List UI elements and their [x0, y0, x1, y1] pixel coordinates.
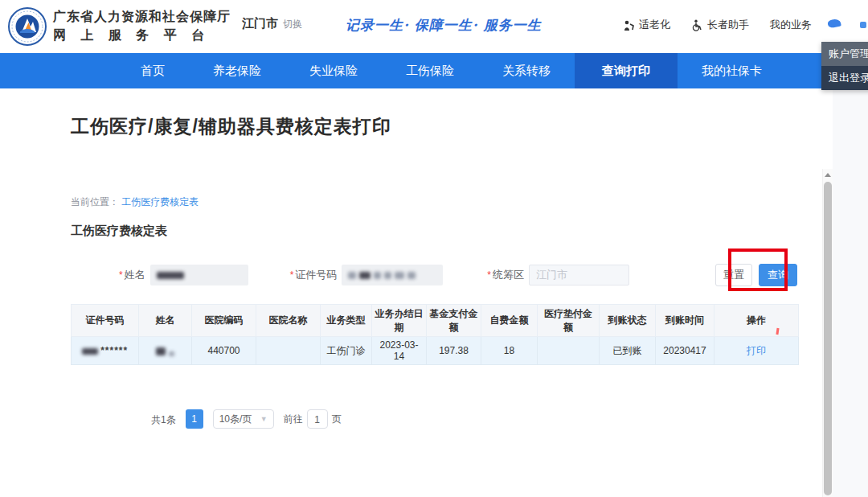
masked-id-value — [348, 272, 356, 279]
cell-hospital-name — [256, 337, 321, 365]
pagination-goto-suffix: 页 — [332, 413, 342, 426]
nav-item-transfer[interactable]: 关系转移 — [478, 53, 575, 88]
cell-id-number: ****** — [72, 337, 139, 365]
id-number-input[interactable] — [342, 265, 443, 285]
page-right-gutter — [833, 88, 868, 497]
pagination: 共1条 1 10条/页 ▼ 前往 1 页 — [151, 409, 342, 429]
masked-id-cell — [82, 348, 98, 355]
region-input-disabled: 江门市 — [529, 265, 629, 285]
section-title: 工伤医疗费核定表 — [71, 224, 167, 239]
main-content: 工伤医疗/康复/辅助器具费核定表打印 当前位置： 工伤医疗费核定表 工伤医疗费核… — [0, 88, 868, 497]
pagination-goto-input[interactable]: 1 — [307, 409, 328, 429]
pagination-page-1[interactable]: 1 — [186, 409, 203, 429]
cell-finish-date: 2023-03-14 — [372, 337, 427, 365]
scrollbar-up-arrow[interactable] — [823, 169, 833, 181]
query-form: *姓名 *证件号码 *统筹区 江门市 重置 查询 — [0, 264, 808, 286]
cell-arrive-status: 已到账 — [600, 337, 656, 365]
col-name: 姓名 — [139, 305, 192, 337]
site-title: 广东省人力资源和社会保障厅 网 上 服 务 平 台 — [53, 9, 231, 44]
table-header-row: 证件号码 姓名 医院编码 医院名称 业务类型 业务办结日期 基金支付金额 自费金… — [72, 305, 799, 337]
breadcrumb-label: 当前位置： — [71, 196, 119, 207]
my-business-label: 我的业务 — [770, 18, 812, 32]
chevron-down-icon: ▼ — [260, 415, 268, 423]
cell-name — [139, 337, 192, 365]
wheelchair-icon — [691, 19, 703, 31]
cell-action: 打印 — [714, 337, 799, 365]
platform-name: 网 上 服 务 平 台 — [53, 27, 231, 44]
masked-id-value — [359, 272, 371, 279]
cell-fund-pay: 197.38 — [427, 337, 481, 365]
region-field-label: *统筹区 — [487, 268, 524, 282]
col-business-type: 业务类型 — [321, 305, 372, 337]
gov-logo-icon — [8, 7, 47, 46]
results-table: 证件号码 姓名 医院编码 医院名称 业务类型 业务办结日期 基金支付金额 自费金… — [71, 304, 799, 365]
aging-mode-icon — [623, 19, 635, 31]
masked-id-value — [384, 272, 391, 279]
user-avatar-icon[interactable] — [827, 18, 841, 28]
cell-arrive-time: 20230417 — [656, 337, 714, 365]
org-name: 广东省人力资源和社会保障厅 — [53, 9, 231, 26]
col-hospital-code: 医院编码 — [192, 305, 256, 337]
elder-helper-button[interactable]: 长者助手 — [691, 18, 749, 32]
slogan-text: 记录一生· 保障一生· 服务一生 — [346, 16, 542, 35]
col-id-number: 证件号码 — [72, 305, 139, 337]
pagination-goto-label: 前往 — [284, 413, 303, 426]
my-business-link[interactable]: 我的业务 — [770, 18, 812, 32]
masked-id-value — [407, 272, 416, 279]
main-navbar: 首页 养老保险 失业保险 工伤保险 关系转移 查询打印 我的社保卡 — [0, 53, 868, 88]
nav-item-pension[interactable]: 养老保险 — [189, 53, 285, 88]
masked-id-value — [374, 272, 381, 279]
content-scrollbar[interactable] — [822, 169, 833, 497]
current-city: 江门市 — [242, 16, 278, 31]
aging-mode-button[interactable]: 适老化 — [623, 18, 670, 32]
switch-city-link[interactable]: 切换 — [283, 18, 302, 31]
region-value: 江门市 — [536, 268, 567, 282]
col-finish-date: 业务办结日期 — [372, 305, 427, 337]
col-arrive-status: 到账状态 — [600, 305, 656, 337]
masked-name-cell — [156, 347, 166, 355]
notification-icon[interactable] — [860, 22, 866, 28]
required-asterisk: * — [119, 269, 123, 281]
nav-item-work-injury[interactable]: 工伤保险 — [382, 53, 478, 88]
elder-helper-label: 长者助手 — [707, 18, 749, 32]
nav-item-query-print[interactable]: 查询打印 — [575, 53, 678, 88]
cell-advance-pay — [538, 337, 600, 365]
col-self-pay: 自费金额 — [481, 305, 538, 337]
menu-item-account-management[interactable]: 账户管理 — [821, 42, 868, 66]
menu-item-logout[interactable]: 退出登录 — [821, 66, 868, 90]
cell-hospital-code: 440700 — [192, 337, 256, 365]
user-dropdown-menu: 账户管理 退出登录 — [821, 42, 868, 90]
print-link[interactable]: 打印 — [747, 345, 766, 356]
nav-item-unemployment[interactable]: 失业保险 — [285, 53, 382, 88]
required-asterisk: * — [290, 269, 294, 281]
cell-business-type: 工伤门诊 — [321, 337, 372, 365]
aging-mode-label: 适老化 — [639, 18, 670, 32]
id-number-field-label: *证件号码 — [290, 268, 338, 282]
col-fund-pay: 基金支付金额 — [427, 305, 481, 337]
cell-self-pay: 18 — [481, 337, 538, 365]
scrollbar-thumb[interactable] — [824, 182, 832, 495]
required-asterisk: * — [487, 269, 491, 281]
nav-item-social-card[interactable]: 我的社保卡 — [678, 53, 786, 88]
masked-id-value — [395, 272, 404, 279]
masked-name-value — [157, 272, 184, 279]
col-action: 操作 — [714, 305, 799, 337]
nav-item-home[interactable]: 首页 — [117, 53, 189, 88]
table-row: ****** 440700 工伤门诊 2023-03-14 197.38 18 … — [72, 337, 799, 365]
col-hospital-name: 医院名称 — [256, 305, 321, 337]
page-size-value: 10条/页 — [219, 413, 252, 426]
col-arrive-time: 到账时间 — [656, 305, 714, 337]
pagination-total: 共1条 — [151, 409, 176, 427]
breadcrumb: 当前位置： 工伤医疗费核定表 — [71, 195, 199, 209]
name-field-label: *姓名 — [119, 268, 145, 282]
page-title: 工伤医疗/康复/辅助器具费核定表打印 — [0, 88, 868, 139]
top-header: 广东省人力资源和社会保障厅 网 上 服 务 平 台 江门市 切换 记录一生· 保… — [0, 0, 868, 53]
breadcrumb-current-link[interactable]: 工伤医疗费核定表 — [121, 196, 199, 207]
masked-name-cell — [169, 351, 174, 356]
pagination-page-size-select[interactable]: 10条/页 ▼ — [213, 409, 274, 429]
name-input[interactable] — [150, 265, 248, 285]
col-advance-pay: 医疗垫付金额 — [538, 305, 600, 337]
annotation-highlight-box — [728, 249, 788, 291]
